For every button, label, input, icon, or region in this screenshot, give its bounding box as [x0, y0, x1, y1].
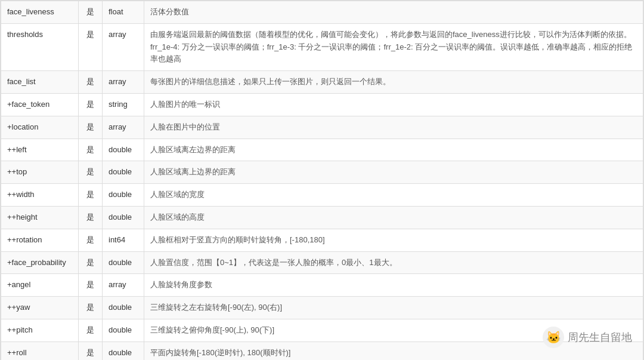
- field-required: 是: [79, 341, 103, 360]
- field-name: ++roll: [1, 341, 79, 360]
- field-type: array: [103, 116, 144, 139]
- field-name: ++top: [1, 161, 79, 184]
- field-description: 人脸旋转角度参数: [144, 274, 643, 297]
- field-required: 是: [79, 251, 103, 274]
- field-description: 人脸区域的宽度: [144, 184, 643, 207]
- field-required: 是: [79, 206, 103, 229]
- field-required: 是: [79, 93, 103, 116]
- field-description: 人脸框相对于竖直方向的顺时针旋转角，[-180,180]: [144, 229, 643, 251]
- field-description: 活体分数值: [144, 1, 643, 24]
- field-required: 是: [79, 229, 103, 251]
- field-description: 人脸区域的高度: [144, 206, 643, 229]
- field-required: 是: [79, 274, 103, 297]
- api-table: face_liveness是float活体分数值thresholds是array…: [0, 0, 644, 360]
- field-type: double: [103, 251, 144, 274]
- field-description: 人脸置信度，范围【0~1】，代表这是一张人脸的概率，0最小、1最大。: [144, 251, 643, 274]
- table-row: face_liveness是float活体分数值: [1, 1, 643, 24]
- field-required: 是: [79, 1, 103, 24]
- field-type: array: [103, 71, 144, 94]
- field-type: double: [103, 341, 144, 360]
- table-row: ++roll是double平面内旋转角[-180(逆时针), 180(顺时针)]: [1, 341, 643, 360]
- field-description: 人脸区域离上边界的距离: [144, 161, 643, 184]
- field-name: +location: [1, 116, 79, 139]
- field-required: 是: [79, 23, 103, 70]
- table-row: ++width是double人脸区域的宽度: [1, 184, 643, 207]
- table-row: thresholds是array由服务端返回最新的阈值数据（随着模型的优化，阈值…: [1, 23, 643, 70]
- field-type: array: [103, 23, 144, 70]
- field-name: face_list: [1, 71, 79, 94]
- field-name: face_liveness: [1, 1, 79, 24]
- field-type: array: [103, 274, 144, 297]
- field-required: 是: [79, 297, 103, 319]
- field-name: ++pitch: [1, 319, 79, 341]
- field-required: 是: [79, 71, 103, 94]
- field-type: double: [103, 184, 144, 207]
- table-row: ++rotation是int64人脸框相对于竖直方向的顺时针旋转角，[-180,…: [1, 229, 643, 251]
- field-type: float: [103, 1, 144, 24]
- field-description: 三维旋转之俯仰角度[-90(上), 90(下)]: [144, 319, 643, 341]
- field-name: thresholds: [1, 23, 79, 70]
- table-row: +angel是array人脸旋转角度参数: [1, 274, 643, 297]
- field-type: double: [103, 161, 144, 184]
- field-name: +face_token: [1, 93, 79, 116]
- field-description: 每张图片的详细信息描述，如果只上传一张图片，则只返回一个结果。: [144, 71, 643, 94]
- table-row: ++yaw是double三维旋转之左右旋转角[-90(左), 90(右)]: [1, 297, 643, 319]
- table-row: +location是array人脸在图片中的位置: [1, 116, 643, 139]
- field-description: 人脸图片的唯一标识: [144, 93, 643, 116]
- table-row: ++height是double人脸区域的高度: [1, 206, 643, 229]
- field-type: double: [103, 297, 144, 319]
- table-row: ++pitch是double三维旋转之俯仰角度[-90(上), 90(下)]: [1, 319, 643, 341]
- field-type: int64: [103, 229, 144, 251]
- field-name: +angel: [1, 274, 79, 297]
- field-required: 是: [79, 319, 103, 341]
- field-name: +face_probability: [1, 251, 79, 274]
- field-description: 三维旋转之左右旋转角[-90(左), 90(右)]: [144, 297, 643, 319]
- field-required: 是: [79, 161, 103, 184]
- field-name: ++rotation: [1, 229, 79, 251]
- field-name: ++left: [1, 139, 79, 161]
- field-required: 是: [79, 139, 103, 161]
- field-type: double: [103, 139, 144, 161]
- table-row: ++left是double人脸区域离左边界的距离: [1, 139, 643, 161]
- table-row: ++top是double人脸区域离上边界的距离: [1, 161, 643, 184]
- field-required: 是: [79, 184, 103, 207]
- field-name: ++height: [1, 206, 79, 229]
- field-name: ++yaw: [1, 297, 79, 319]
- field-type: double: [103, 206, 144, 229]
- field-type: string: [103, 93, 144, 116]
- table-row: face_list是array每张图片的详细信息描述，如果只上传一张图片，则只返…: [1, 71, 643, 94]
- field-description: 人脸在图片中的位置: [144, 116, 643, 139]
- field-description: 由服务端返回最新的阈值数据（随着模型的优化，阈值可能会变化），将此参数与返回的f…: [144, 23, 643, 70]
- table-row: +face_token是string人脸图片的唯一标识: [1, 93, 643, 116]
- field-name: ++width: [1, 184, 79, 207]
- field-description: 平面内旋转角[-180(逆时针), 180(顺时针)]: [144, 341, 643, 360]
- field-description: 人脸区域离左边界的距离: [144, 139, 643, 161]
- field-type: double: [103, 319, 144, 341]
- field-required: 是: [79, 116, 103, 139]
- table-row: +face_probability是double人脸置信度，范围【0~1】，代表…: [1, 251, 643, 274]
